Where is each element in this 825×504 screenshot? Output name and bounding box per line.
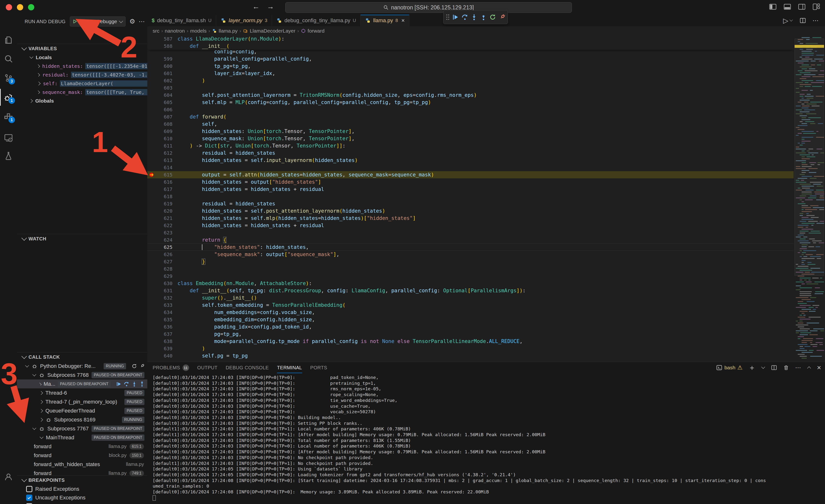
breakpoint-checkbox[interactable] <box>26 486 32 492</box>
breakpoint-margin[interactable] <box>147 222 158 229</box>
disconnect-button[interactable] <box>139 363 145 369</box>
line-number[interactable]: 607 <box>158 113 177 120</box>
code-line-640[interactable]: 640 self.pg = tp_pg <box>147 352 794 359</box>
code-line-620[interactable]: 620 hidden_states = self.post_attention_… <box>147 207 794 215</box>
editor-tab-debug-tiny-llama-sh[interactable]: $debug_tiny_llama.shU <box>147 15 216 26</box>
step-over-button[interactable] <box>461 13 468 21</box>
code-line-598[interactable]: config=config, <box>147 50 794 55</box>
terminal-shell-button[interactable]: bash ⚠ <box>716 364 742 371</box>
run-python-file-button[interactable]: ▷ <box>783 17 793 25</box>
line-number[interactable]: 614 <box>158 164 177 171</box>
breakpoint-margin[interactable] <box>147 55 158 63</box>
breakpoint-margin[interactable] <box>147 345 158 352</box>
code-line-613[interactable]: 613 hidden_states = self.input_layernorm… <box>147 157 794 164</box>
code-line-626[interactable]: 626 "sequence_mask": output["sequence_ma… <box>147 251 794 258</box>
new-terminal-button[interactable]: ＋ <box>748 363 755 373</box>
code-line-619[interactable]: 619 residual = hidden_states <box>147 200 794 207</box>
code-editor[interactable]: 599 parallel_config=parallel_config,600 … <box>147 35 825 362</box>
line-number[interactable]: 617 <box>158 186 177 193</box>
activity-item-run-and-debug[interactable]: 1 <box>0 89 17 106</box>
breakpoint-checkbox[interactable] <box>26 495 32 501</box>
code-line-636[interactable]: 636 padding_idx=config.pad_token_id, <box>147 323 794 330</box>
nav-forward-icon[interactable]: → <box>267 2 274 11</box>
line-number[interactable]: 627 <box>158 258 177 265</box>
customize-layout-icon[interactable] <box>812 3 820 11</box>
step-into-button[interactable] <box>470 13 478 21</box>
line-number[interactable]: 601 <box>158 70 177 77</box>
breakpoint-row-raised-exceptions[interactable]: Raised Exceptions <box>17 485 147 493</box>
line-number[interactable]: 610 <box>158 135 177 142</box>
breakpoint-margin[interactable] <box>147 84 158 91</box>
sticky-scroll[interactable]: 587class LlamaDecoderLayer(nn.Module):58… <box>147 35 794 50</box>
line-number[interactable]: 615 <box>158 171 177 178</box>
call-stack-row-subprocess-7768[interactable]: Subprocess 7768PAUSED ON BREAKPOINT <box>17 370 147 380</box>
panel-tab-terminal[interactable]: TERMINAL <box>277 362 302 373</box>
breakpoint-margin[interactable] <box>147 142 158 149</box>
breakpoint-margin[interactable] <box>147 330 158 338</box>
breakpoint-margin[interactable] <box>147 280 158 287</box>
code-line-630[interactable]: 630class Embedding(nn.Module, Attachable… <box>147 280 794 287</box>
line-number[interactable]: 628 <box>158 265 177 272</box>
code-line-631[interactable]: 631 def __init__(self, tp_pg: dist.Proce… <box>147 287 794 294</box>
call-stack-row-mainthread[interactable]: MainThreadPAUSED ON BREAKPOINT <box>17 433 147 442</box>
line-number[interactable]: 603 <box>158 84 177 91</box>
code-line-616[interactable]: 616 hidden_states = output["hidden_state… <box>147 178 794 186</box>
toolbar-drag-handle[interactable] <box>446 14 450 20</box>
call-stack-row-subprocess-7767[interactable]: Subprocess 7767PAUSED ON BREAKPOINT <box>17 424 147 433</box>
continue-button[interactable] <box>452 13 459 21</box>
breakpoint-margin[interactable] <box>147 265 158 272</box>
breakpoint-margin[interactable] <box>147 106 158 113</box>
breadcrumb-item[interactable]: models <box>190 28 207 34</box>
breakpoints-section-header[interactable]: BREAKPOINTS <box>17 476 147 485</box>
close-window-icon[interactable] <box>6 4 12 10</box>
breakpoint-margin[interactable] <box>147 35 158 43</box>
breakpoint-margin[interactable] <box>147 309 158 316</box>
code-line-621[interactable]: 621 hidden_states = self.mlp(hidden_stat… <box>147 215 794 222</box>
command-center-search[interactable]: nanotron [SSH: 206.125.129.213] <box>285 2 572 13</box>
line-number[interactable]: 606 <box>158 106 177 113</box>
line-number[interactable]: 634 <box>158 309 177 316</box>
code-line-635[interactable]: 635 embedding_dim=config.hidden_size, <box>147 316 794 323</box>
breakpoint-margin[interactable] <box>147 323 158 330</box>
activity-item-accounts[interactable] <box>0 469 17 485</box>
code-line-602[interactable]: 602 ) <box>147 77 794 84</box>
breadcrumb-item[interactable]: LlamaDecoderLayer <box>250 28 295 34</box>
activity-item-testing[interactable] <box>0 148 17 164</box>
call-stack-row-queuefeederthread[interactable]: QueueFeederThreadPAUSED <box>17 406 147 415</box>
code-line-627[interactable]: 627 } <box>147 258 794 265</box>
line-number[interactable]: 599 <box>158 55 177 63</box>
code-line-603[interactable]: 603 <box>147 84 794 91</box>
code-line-612[interactable]: 612 residual = hidden_states <box>147 149 794 157</box>
code-line-615[interactable]: ➜615 output = self.attn(hidden_states=hi… <box>147 171 794 178</box>
scope-globals[interactable]: Globals <box>17 97 147 105</box>
code-line-606[interactable]: 606 <box>147 106 794 113</box>
code-line-633[interactable]: 633 self.token_embedding = TensorParalle… <box>147 302 794 309</box>
breakpoint-margin[interactable] <box>147 229 158 236</box>
split-terminal-icon[interactable] <box>771 364 777 371</box>
breakpoint-margin[interactable] <box>147 207 158 215</box>
code-line-609[interactable]: 609 hidden_states: Union[torch.Tensor, T… <box>147 128 794 135</box>
activity-item-source-control[interactable]: 3 <box>0 70 17 86</box>
line-number[interactable]: 637 <box>158 330 177 338</box>
minimize-window-icon[interactable] <box>17 4 23 10</box>
maximize-panel-icon[interactable] <box>807 366 811 370</box>
breakpoint-margin[interactable] <box>147 43 158 50</box>
toggle-panel-icon[interactable] <box>783 3 791 11</box>
step-into-button[interactable] <box>131 381 137 387</box>
terminal-output[interactable]: [default0]:03/16/2024 17:24:03 [INFO|DP=… <box>153 374 823 504</box>
debug-configuration-dropdown[interactable]: Python Debugge <box>70 16 125 26</box>
breakpoint-margin[interactable] <box>147 70 158 77</box>
code-line-638[interactable]: 638 mode=parallel_config.tp_mode if para… <box>147 338 794 345</box>
code-line-614[interactable]: 614 <box>147 164 794 171</box>
breakpoint-row-user-uncaught-exceptions[interactable]: User Uncaught Exceptions <box>17 502 147 504</box>
code-line-604[interactable]: 604 self.post_attention_layernorm = Trit… <box>147 91 794 99</box>
breakpoint-margin[interactable] <box>147 157 158 164</box>
breakpoint-margin[interactable] <box>147 251 158 258</box>
variable-row-sequence_mask[interactable]: sequence_mask:tensor([[True, True, True,… <box>17 88 147 97</box>
line-number[interactable]: 633 <box>158 302 177 309</box>
code-line-608[interactable]: 608 self, <box>147 120 794 128</box>
breakpoint-margin[interactable] <box>147 77 158 84</box>
line-number[interactable]: 639 <box>158 345 177 352</box>
disconnect-button[interactable] <box>499 13 506 21</box>
line-number[interactable]: 609 <box>158 128 177 135</box>
